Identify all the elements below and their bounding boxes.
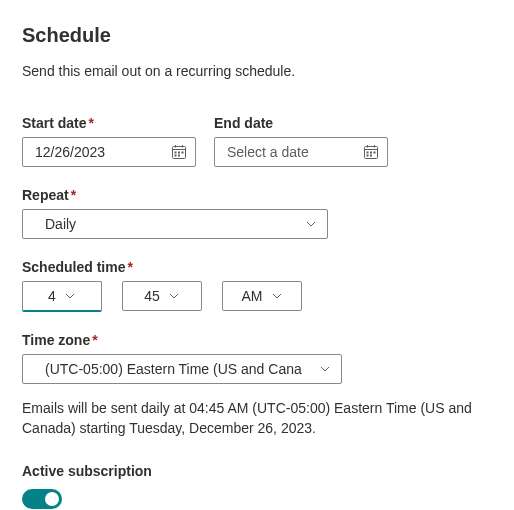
svg-rect-13 xyxy=(367,152,369,154)
svg-rect-5 xyxy=(178,152,180,154)
repeat-select[interactable]: Daily xyxy=(22,209,328,239)
subscription-toggle[interactable] xyxy=(22,489,62,509)
repeat-label: Repeat* xyxy=(22,187,492,203)
required-asterisk: * xyxy=(127,259,132,275)
chevron-down-icon xyxy=(305,218,317,230)
svg-rect-4 xyxy=(175,152,177,154)
calendar-icon[interactable] xyxy=(363,144,379,160)
toggle-knob xyxy=(45,492,59,506)
chevron-down-icon xyxy=(271,290,283,302)
subscription-label: Active subscription xyxy=(22,463,492,479)
calendar-icon[interactable] xyxy=(171,144,187,160)
svg-rect-8 xyxy=(178,155,180,157)
svg-rect-7 xyxy=(175,155,177,157)
svg-rect-16 xyxy=(367,155,369,157)
start-date-label: Start date* xyxy=(22,115,196,131)
page-title: Schedule xyxy=(22,24,492,47)
end-date-input[interactable] xyxy=(214,137,388,167)
svg-rect-6 xyxy=(182,152,184,154)
scheduled-time-label: Scheduled time* xyxy=(22,259,492,275)
schedule-summary: Emails will be sent daily at 04:45 AM (U… xyxy=(22,398,492,439)
required-asterisk: * xyxy=(89,115,94,131)
hour-select[interactable]: 4 xyxy=(22,281,102,312)
required-asterisk: * xyxy=(92,332,97,348)
svg-rect-14 xyxy=(370,152,372,154)
timezone-label: Time zone* xyxy=(22,332,492,348)
repeat-value: Daily xyxy=(45,216,76,232)
page-description: Send this email out on a recurring sched… xyxy=(22,63,492,79)
minute-select[interactable]: 45 xyxy=(122,281,202,311)
chevron-down-icon xyxy=(64,290,76,302)
hour-value: 4 xyxy=(48,288,56,304)
start-date-field[interactable] xyxy=(33,143,171,161)
chevron-down-icon xyxy=(168,290,180,302)
timezone-select[interactable]: (UTC-05:00) Eastern Time (US and Cana xyxy=(22,354,342,384)
end-date-field[interactable] xyxy=(225,143,363,161)
timezone-value: (UTC-05:00) Eastern Time (US and Cana xyxy=(45,361,302,377)
required-asterisk: * xyxy=(71,187,76,203)
ampm-value: AM xyxy=(242,288,263,304)
chevron-down-icon xyxy=(319,363,331,375)
svg-rect-15 xyxy=(374,152,376,154)
ampm-select[interactable]: AM xyxy=(222,281,302,311)
svg-rect-17 xyxy=(370,155,372,157)
end-date-label: End date xyxy=(214,115,388,131)
minute-value: 45 xyxy=(144,288,160,304)
start-date-input[interactable] xyxy=(22,137,196,167)
